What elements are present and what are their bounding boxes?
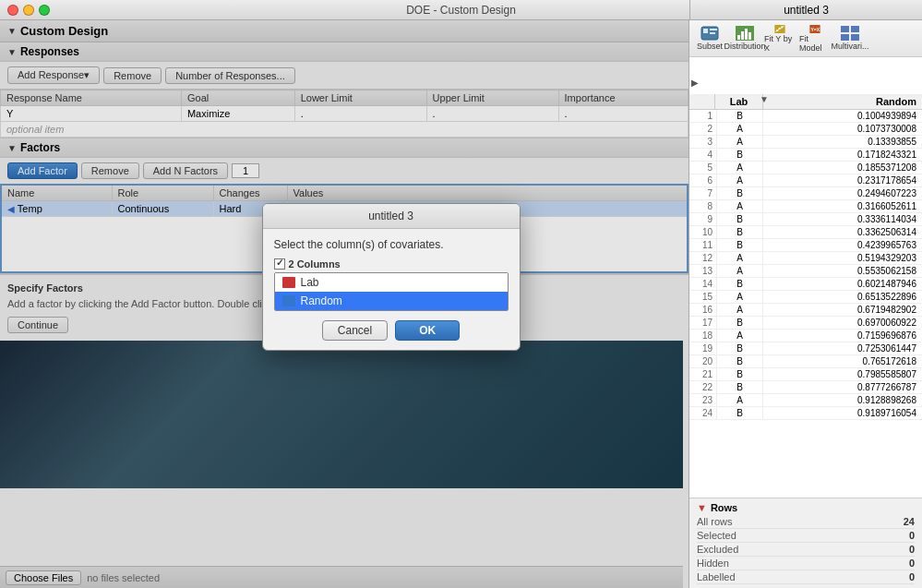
hidden-label: Hidden [697, 558, 729, 569]
table-row: 3 A 0.13393855 [689, 136, 922, 149]
right-panel-title-bar: untitled 3 [689, 0, 922, 20]
rows-header: ▼ Rows [697, 502, 915, 513]
maximize-button[interactable] [39, 5, 50, 16]
table-row: 24 B 0.9189716054 [689, 407, 922, 420]
fit-model-button[interactable]: Y=X Fit Model [798, 24, 832, 54]
rows-triangle[interactable]: ▼ [697, 502, 707, 513]
svg-rect-6 [741, 31, 744, 40]
random-cell: 0.6513522896 [763, 291, 922, 303]
random-column-header[interactable]: Random [763, 94, 922, 109]
svg-rect-2 [710, 29, 717, 30]
row-number: 9 [689, 213, 717, 225]
row-number: 10 [689, 226, 717, 238]
multivariate-button[interactable]: Multivari... [833, 24, 867, 54]
hidden-stat: Hidden 0 [697, 557, 915, 570]
lab-cell: A [717, 291, 763, 303]
random-cell: 0.6719482902 [763, 304, 922, 316]
row-number: 22 [689, 381, 717, 393]
lab-cell: A [717, 136, 763, 148]
table-row: 14 B 0.6021487946 [689, 278, 922, 291]
table-row: 18 A 0.7159696876 [689, 330, 922, 342]
selected-label: Selected [697, 530, 736, 541]
random-cell: 0.13393855 [763, 136, 922, 148]
lab-cell: B [717, 355, 763, 367]
table-row: 5 A 0.1855371208 [689, 162, 922, 174]
excluded-stat: Excluded 0 [697, 543, 915, 557]
table-row: 20 B 0.765172618 [689, 355, 922, 368]
table-row: 23 A 0.9128898268 [689, 394, 922, 407]
lab-cell: B [717, 149, 763, 161]
ok-button[interactable]: OK [395, 320, 460, 341]
dialog-body: Select the column(s) of covariates. 2 Co… [263, 229, 520, 350]
lab-cell: B [717, 239, 763, 251]
dialog-title: untitled 3 [263, 204, 520, 229]
columns-list[interactable]: Lab Random [274, 272, 509, 311]
table-row: 11 B 0.4239965763 [689, 239, 922, 252]
table-row: 8 A 0.3166052611 [689, 200, 922, 213]
random-cell: 0.765172618 [763, 355, 922, 367]
row-number: 13 [689, 265, 717, 277]
lab-cell: A [717, 330, 763, 342]
row-number: 11 [689, 239, 717, 251]
row-number: 8 [689, 200, 717, 212]
columns-checkbox[interactable] [274, 258, 285, 270]
list-item[interactable]: Random [275, 292, 508, 310]
close-button[interactable] [7, 5, 18, 16]
row-number: 12 [689, 252, 717, 264]
excluded-value: 0 [878, 544, 915, 555]
distribution-icon [736, 26, 754, 41]
sort-arrow: ▼ [760, 94, 769, 104]
lab-cell: B [717, 407, 763, 419]
table-row: 4 B 0.1718243321 [689, 149, 922, 162]
minimize-button[interactable] [23, 5, 34, 16]
random-cell: 0.7253061447 [763, 342, 922, 354]
table-row: 19 B 0.7253061447 [689, 342, 922, 355]
table-row: 2 A 0.1073730008 [689, 123, 922, 136]
fit-y-by-x-label: Fit Y by X [764, 34, 796, 53]
svg-rect-5 [737, 35, 740, 40]
distribution-label: Distribution [724, 42, 765, 51]
lab-cell: B [717, 381, 763, 393]
right-window-title: untitled 3 [784, 4, 829, 17]
lab-column-header[interactable]: Lab [715, 94, 763, 109]
lab-cell: B [717, 317, 763, 329]
distribution-button[interactable]: Distribution [728, 24, 761, 54]
table-row: 10 B 0.3362506314 [689, 226, 922, 239]
random-cell: 0.4239965763 [763, 239, 922, 251]
cancel-button[interactable]: Cancel [322, 320, 388, 341]
subset-button[interactable]: Subset [693, 24, 726, 54]
lab-cell: A [717, 123, 763, 135]
panel-arrow: ▶ [691, 78, 699, 88]
data-rows-container[interactable]: 1 B 0.1004939894 2 A 0.1073730008 3 A 0.… [689, 110, 922, 562]
dialog-columns-header: 2 Columns [274, 258, 509, 270]
random-cell: 0.6970060922 [763, 317, 922, 329]
rows-label: Rows [711, 502, 737, 513]
random-cell: 0.3166052611 [763, 200, 922, 212]
right-panel: Subset Distribution [689, 20, 922, 588]
random-cell: 0.9189716054 [763, 407, 922, 419]
table-row: 12 A 0.5194329203 [689, 252, 922, 265]
list-item[interactable]: Lab [275, 273, 508, 292]
random-cell: 0.5194329203 [763, 252, 922, 264]
svg-rect-8 [748, 32, 751, 40]
table-row: 17 B 0.6970060922 [689, 317, 922, 330]
fit-y-by-x-button[interactable]: Fit Y by X [763, 24, 796, 54]
table-row: 6 A 0.2317178654 [689, 174, 922, 187]
labelled-stat: Labelled 0 [697, 570, 915, 584]
row-number: 19 [689, 342, 717, 354]
column-random-label: Random [301, 294, 342, 307]
lab-cell: A [717, 200, 763, 212]
svg-rect-19 [851, 34, 859, 41]
lab-cell: A [717, 265, 763, 277]
row-number: 15 [689, 291, 717, 303]
table-row: 16 A 0.6719482902 [689, 304, 922, 317]
lab-cell: B [717, 342, 763, 354]
window-controls[interactable] [7, 5, 50, 16]
random-cell: 0.9128898268 [763, 394, 922, 406]
table-row: 13 A 0.5535062158 [689, 265, 922, 278]
dialog-prompt: Select the column(s) of covariates. [274, 238, 509, 251]
title-bar: DOE - Custom Design untitled 3 [0, 0, 922, 20]
row-number: 21 [689, 368, 717, 380]
row-number: 24 [689, 407, 717, 419]
lab-cell: A [717, 174, 763, 186]
